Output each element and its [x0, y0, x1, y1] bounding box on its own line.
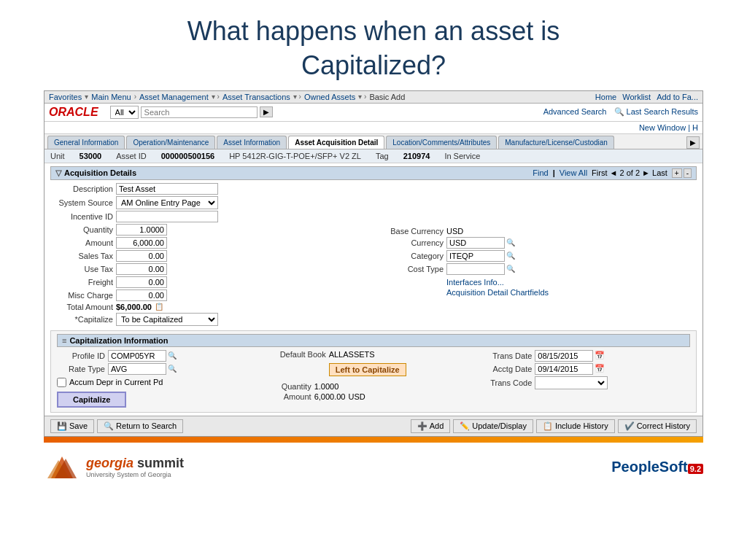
- left-to-capitalize-badge: Left to Capitalize: [329, 363, 406, 376]
- currency-input[interactable]: [446, 237, 505, 249]
- rate-type-row: Rate Type 🔍: [57, 363, 263, 375]
- misc-charge-input[interactable]: [116, 289, 167, 301]
- add-favorites-link[interactable]: Add to Fa...: [657, 93, 698, 101]
- nav-sep1: ▾: [85, 93, 88, 101]
- remove-row-btn[interactable]: -: [684, 168, 692, 178]
- nav-basic-add: Basic Add: [369, 93, 405, 101]
- profile-id-input[interactable]: [108, 350, 166, 362]
- quantity-row: Quantity: [50, 224, 366, 236]
- trans-date-input[interactable]: [535, 350, 593, 362]
- trans-code-select[interactable]: [535, 376, 608, 389]
- search-scope-select[interactable]: All: [110, 106, 139, 119]
- freight-label: Freight: [50, 278, 116, 287]
- category-lookup-icon[interactable]: 🔍: [506, 252, 515, 260]
- worklist-link[interactable]: Worklist: [622, 93, 651, 101]
- use-tax-input[interactable]: [116, 263, 167, 275]
- tab-operation-maintenance[interactable]: Operation/Maintenance: [126, 136, 215, 149]
- capitalize-button[interactable]: Capitalize: [57, 392, 126, 408]
- use-tax-label: Use Tax: [50, 265, 116, 273]
- cap-quantity-value: 1.0000: [314, 382, 339, 391]
- search-button[interactable]: ▶: [260, 106, 273, 117]
- tab-general-information[interactable]: General Information: [47, 136, 125, 149]
- unit-label: Unit: [50, 152, 65, 160]
- find-link[interactable]: Find: [533, 168, 548, 177]
- tab-location-comments[interactable]: Location/Comments/Attributes: [386, 136, 497, 149]
- view-all-link[interactable]: View All: [560, 168, 587, 177]
- accum-depr-checkbox[interactable]: [57, 378, 66, 387]
- default-book-value: ALLASSETS: [329, 350, 375, 359]
- profile-id-lookup[interactable]: 🔍: [168, 351, 177, 359]
- nav-main-menu[interactable]: Main Menu: [91, 93, 131, 101]
- add-row-btn[interactable]: +: [672, 168, 682, 178]
- acquisition-section-header: ▽ Acquisition Details Find | View All Fi…: [50, 166, 697, 180]
- sales-tax-label: Sales Tax: [50, 252, 116, 260]
- default-book-label: Default Book: [271, 350, 329, 359]
- capitalize-label: *Capitalize: [50, 315, 116, 324]
- include-history-button[interactable]: 📋 Include History: [536, 419, 615, 433]
- sales-tax-input[interactable]: [116, 250, 167, 262]
- quantity-input[interactable]: [116, 224, 167, 236]
- desc-label: Description: [50, 184, 116, 193]
- add-button[interactable]: ➕ Add: [411, 419, 451, 433]
- add-remove-btns: + -: [672, 168, 692, 178]
- advanced-search-link[interactable]: Advanced Search: [543, 107, 607, 117]
- rate-type-lookup[interactable]: 🔍: [168, 365, 177, 373]
- nav-asset-management[interactable]: Asset Management: [139, 93, 209, 101]
- copy-icon[interactable]: 📋: [155, 303, 163, 311]
- peoplesoft-logo: PeopleSoft9.2: [611, 459, 703, 475]
- cap-quantity-row: Quantity 1.0000: [271, 382, 477, 391]
- capitalize-select[interactable]: To be Capitalized: [116, 313, 218, 326]
- amount-label: Amount: [50, 238, 116, 247]
- base-currency-value: USD: [446, 227, 463, 236]
- nav-favorites[interactable]: Favorites: [49, 93, 82, 101]
- tab-manufacture-license[interactable]: Manufacture/License/Custodian: [498, 136, 614, 149]
- amount-input[interactable]: [116, 237, 167, 249]
- georgia-logo-icon: [44, 453, 80, 482]
- collapse-icon[interactable]: ▽: [55, 168, 61, 178]
- sales-tax-row: Sales Tax: [50, 250, 366, 262]
- asset-desc-value: HP 5412R-GIG-T-POE+/SFP+ V2 ZL: [229, 152, 361, 160]
- desc-input[interactable]: [116, 183, 218, 195]
- rate-type-input[interactable]: [108, 363, 166, 375]
- currency-lookup-icon[interactable]: 🔍: [506, 238, 515, 246]
- incentive-id-input[interactable]: [116, 211, 218, 222]
- cost-type-input[interactable]: [446, 263, 505, 275]
- home-link[interactable]: Home: [595, 93, 616, 101]
- acctg-date-cal-icon[interactable]: 📅: [595, 364, 605, 373]
- cost-type-label: Cost Type: [381, 265, 446, 273]
- freight-input[interactable]: [116, 276, 167, 288]
- return-to-search-button[interactable]: 🔍 Return to Search: [97, 419, 183, 433]
- category-input[interactable]: [446, 250, 505, 262]
- last-search-results-link[interactable]: 🔍 Last Search Results: [614, 107, 699, 117]
- nav-sep3: ▾ ›: [212, 93, 220, 101]
- cost-type-lookup-icon[interactable]: 🔍: [506, 265, 515, 273]
- tab-asset-information[interactable]: Asset Information: [217, 136, 287, 149]
- nav-bar: Favorites ▾ Main Menu › Asset Management…: [44, 91, 703, 104]
- tab-asset-acquisition-detail[interactable]: Asset Acquisition Detail: [288, 136, 384, 149]
- tag-value: 210974: [403, 152, 430, 160]
- default-book-row: Default Book ALLASSETS: [271, 350, 477, 359]
- trans-date-label: Trans Date: [484, 351, 535, 360]
- base-currency-row: Base Currency USD: [381, 227, 697, 236]
- search-input[interactable]: [141, 106, 258, 118]
- trans-date-cal-icon[interactable]: 📅: [595, 351, 605, 360]
- cap-collapse-icon[interactable]: ≡: [62, 336, 66, 345]
- acq-chartfields-link[interactable]: Acquisition Detail Chartfields: [446, 288, 549, 297]
- new-window-link[interactable]: New Window | H: [639, 123, 698, 132]
- system-source-select[interactable]: AM Online Entry Page: [116, 196, 218, 209]
- nav-asset-transactions[interactable]: Asset Transactions: [222, 93, 290, 101]
- save-button[interactable]: 💾 Save: [50, 419, 94, 433]
- asset-id-label: Asset ID: [116, 152, 147, 160]
- cap-amount-label: Amount: [271, 392, 314, 401]
- trans-code-label: Trans Code: [484, 378, 535, 387]
- correct-history-button[interactable]: ✔️ Correct History: [618, 419, 697, 433]
- tab-nav-btn[interactable]: ▶: [686, 136, 700, 149]
- total-amount-value: $6,000.00: [116, 303, 152, 311]
- trans-code-row: Trans Code: [484, 376, 690, 389]
- unit-value: 53000: [80, 152, 102, 160]
- interfaces-info-link[interactable]: Interfaces Info...: [446, 278, 504, 287]
- status-value: In Service: [444, 152, 480, 160]
- acctg-date-input[interactable]: [535, 363, 593, 375]
- nav-owned-assets[interactable]: Owned Assets: [304, 93, 355, 101]
- update-display-button[interactable]: ✏️ Update/Display: [453, 419, 533, 433]
